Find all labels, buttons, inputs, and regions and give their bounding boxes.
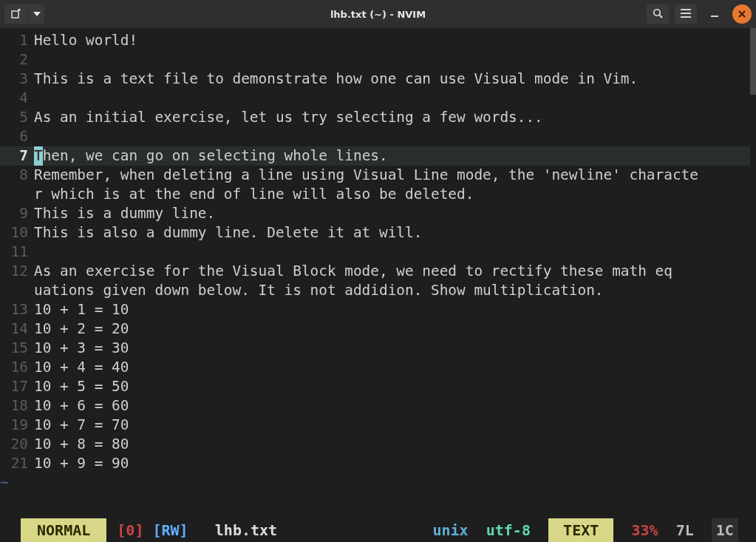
line-number: 9	[0, 204, 34, 223]
file-format: unix	[432, 518, 468, 542]
mode-indicator: NORMAL	[21, 518, 106, 542]
line-text[interactable]: 10 + 5 = 50	[34, 377, 756, 396]
line-text[interactable]: This is a text file to demonstrate how o…	[34, 70, 756, 89]
window-title: lhb.txt (~) - NVIM	[330, 9, 426, 20]
editor-line[interactable]: 1410 + 2 = 20	[0, 319, 756, 339]
line-position: 7L	[676, 518, 694, 542]
line-number: 19	[0, 416, 34, 435]
tab-dropdown-button[interactable]	[28, 4, 44, 24]
line-text[interactable]: Then, we can go on selecting whole lines…	[34, 146, 756, 166]
line-number: 15	[0, 339, 34, 358]
filetype: TEXT	[548, 518, 613, 542]
line-text[interactable]: 10 + 1 = 10	[34, 300, 756, 319]
readwrite-indicator: [RW]	[153, 518, 188, 542]
svg-point-3	[654, 9, 660, 15]
line-text[interactable]: Remember, when deleting a line using Vis…	[34, 166, 756, 185]
line-number: 7	[0, 146, 34, 166]
line-text[interactable]: This is also a dummy line. Delete it at …	[34, 223, 756, 243]
search-icon	[653, 8, 663, 21]
minimize-button[interactable]	[703, 4, 726, 24]
scrollbar-track[interactable]	[750, 28, 756, 518]
editor-line-wrap[interactable]: r which is at the end of line will also …	[0, 185, 756, 204]
line-number: 13	[0, 300, 34, 319]
editor-line[interactable]: 1310 + 1 = 10	[0, 300, 756, 319]
close-button[interactable]	[732, 4, 752, 24]
line-text[interactable]: 10 + 2 = 20	[34, 319, 756, 339]
git-status: [0]	[117, 518, 143, 542]
line-text[interactable]: 10 + 7 = 70	[34, 416, 756, 435]
filename: lhb.txt	[215, 518, 277, 542]
line-text[interactable]	[34, 50, 756, 70]
editor-line[interactable]: 7Then, we can go on selecting whole line…	[0, 146, 756, 166]
minimize-icon	[710, 9, 719, 20]
line-number: 16	[0, 358, 34, 377]
line-number: 11	[0, 243, 34, 262]
editor-line-wrap[interactable]: uations given down below. It is not addi…	[0, 281, 756, 300]
line-text[interactable]: 10 + 9 = 90	[34, 454, 756, 473]
line-number: 20	[0, 435, 34, 454]
line-number: 12	[0, 262, 34, 281]
line-number: 17	[0, 377, 34, 396]
line-number: 1	[0, 31, 34, 50]
line-text[interactable]	[34, 243, 756, 262]
editor-line[interactable]: 3This is a text file to demonstrate how …	[0, 70, 756, 89]
editor-line[interactable]: 1510 + 3 = 30	[0, 339, 756, 358]
line-number: 3	[0, 70, 34, 89]
editor-pane[interactable]: 1Hello world!23This is a text file to de…	[0, 28, 756, 518]
editor-line[interactable]: 1610 + 4 = 40	[0, 358, 756, 377]
editor-line[interactable]: 1710 + 5 = 50	[0, 377, 756, 396]
editor-line[interactable]: 2010 + 8 = 80	[0, 435, 756, 454]
line-number: 14	[0, 319, 34, 339]
line-number	[0, 281, 34, 300]
line-number: 8	[0, 166, 34, 185]
line-text[interactable]: 10 + 3 = 30	[34, 339, 756, 358]
status-line: NORMAL [0] [RW] lhb.txt unix utf-8 TEXT …	[0, 518, 756, 542]
editor-line[interactable]: 5As an initial exercise, let us try sele…	[0, 108, 756, 127]
editor-line[interactable]: 12As an exercise for the Visual Block mo…	[0, 262, 756, 281]
hamburger-icon	[681, 9, 691, 20]
editor-line[interactable]: 9This is a dummy line.	[0, 204, 756, 223]
end-of-buffer-tilde: ~	[0, 473, 34, 492]
editor-line[interactable]: 10This is also a dummy line. Delete it a…	[0, 223, 756, 243]
new-tab-button[interactable]	[4, 4, 28, 24]
column-position: 1C	[712, 518, 738, 542]
editor-line[interactable]: 1810 + 6 = 60	[0, 396, 756, 416]
line-number: 18	[0, 396, 34, 416]
line-text[interactable]: r which is at the end of line will also …	[34, 185, 756, 204]
line-number: 21	[0, 454, 34, 473]
line-text[interactable]: 10 + 4 = 40	[34, 358, 756, 377]
line-number: 10	[0, 223, 34, 243]
line-number: 5	[0, 108, 34, 127]
window-titlebar: lhb.txt (~) - NVIM	[0, 0, 756, 28]
line-text[interactable]: Hello world!	[34, 31, 756, 50]
cursor: T	[34, 146, 43, 166]
line-text[interactable]: As an initial exercise, let us try selec…	[34, 108, 756, 127]
line-text[interactable]: 10 + 6 = 60	[34, 396, 756, 416]
close-icon	[738, 10, 746, 18]
editor-line[interactable]: 11	[0, 243, 756, 262]
line-number: 6	[0, 127, 34, 146]
editor-line[interactable]: 2110 + 9 = 90	[0, 454, 756, 473]
editor-line[interactable]: 4	[0, 89, 756, 108]
line-number: 2	[0, 50, 34, 70]
search-button[interactable]	[647, 4, 669, 24]
editor-line[interactable]: 6	[0, 127, 756, 146]
line-number	[0, 185, 34, 204]
editor-line[interactable]: 1910 + 7 = 70	[0, 416, 756, 435]
editor-line[interactable]: 1Hello world!	[0, 31, 756, 50]
line-text[interactable]: 10 + 8 = 80	[34, 435, 756, 454]
scrollbar-thumb[interactable]	[750, 28, 756, 95]
file-encoding: utf-8	[486, 518, 531, 542]
line-text[interactable]	[34, 127, 756, 146]
svg-rect-0	[12, 11, 18, 18]
line-text[interactable]: As an exercise for the Visual Block mode…	[34, 262, 756, 281]
line-text[interactable]: uations given down below. It is not addi…	[34, 281, 756, 300]
line-number: 4	[0, 89, 34, 108]
menu-button[interactable]	[675, 4, 697, 24]
editor-line[interactable]: 2	[0, 50, 756, 70]
svg-line-4	[659, 15, 662, 18]
line-text[interactable]	[34, 89, 756, 108]
percent-position: 33%	[631, 518, 658, 542]
line-text[interactable]: This is a dummy line.	[34, 204, 756, 223]
editor-line[interactable]: 8Remember, when deleting a line using Vi…	[0, 166, 756, 185]
